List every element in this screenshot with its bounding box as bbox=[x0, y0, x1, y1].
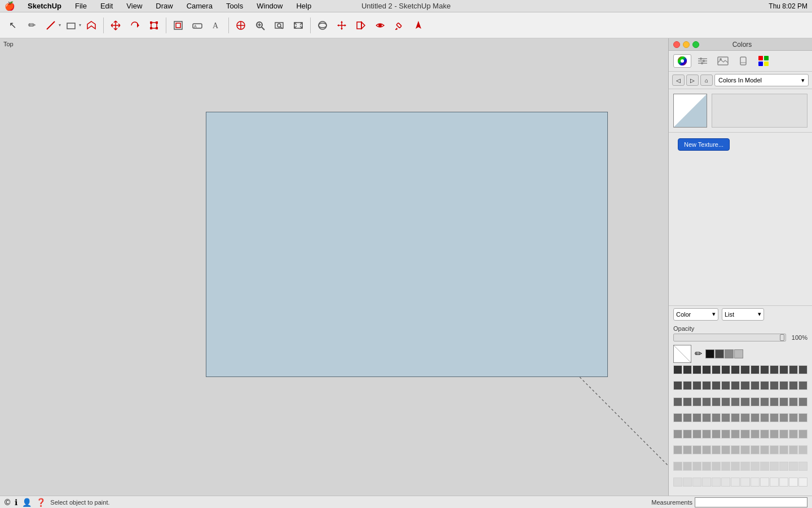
grid-cell[interactable] bbox=[702, 478, 711, 487]
grid-cell[interactable] bbox=[740, 381, 749, 390]
list-filter-dropdown[interactable]: List ▾ bbox=[722, 308, 764, 321]
grid-cell[interactable] bbox=[760, 397, 769, 406]
grid-cell[interactable] bbox=[673, 413, 682, 422]
menu-tools[interactable]: Tools bbox=[223, 1, 246, 11]
tool-pan[interactable] bbox=[333, 16, 351, 34]
grid-cell[interactable] bbox=[779, 413, 788, 422]
menu-draw[interactable]: Draw bbox=[152, 1, 176, 11]
grid-cell[interactable] bbox=[789, 462, 798, 471]
nav-back[interactable]: ◁ bbox=[672, 75, 685, 86]
color-library-dropdown[interactable]: Colors In Model ▾ bbox=[714, 74, 809, 86]
grid-cell[interactable] bbox=[770, 462, 779, 471]
grid-cell[interactable] bbox=[770, 413, 779, 422]
grid-cell[interactable] bbox=[702, 397, 711, 406]
menu-file[interactable]: File bbox=[72, 1, 90, 11]
grid-cell[interactable] bbox=[751, 413, 760, 422]
grid-cell[interactable] bbox=[712, 397, 721, 406]
grid-cell[interactable] bbox=[712, 365, 721, 374]
grid-cell[interactable] bbox=[798, 430, 807, 439]
grid-cell[interactable] bbox=[731, 365, 740, 374]
grid-cell[interactable] bbox=[770, 397, 779, 406]
grid-cell[interactable] bbox=[731, 478, 740, 487]
grid-cell[interactable] bbox=[712, 478, 721, 487]
grid-cell[interactable] bbox=[740, 365, 749, 374]
chip-black[interactable] bbox=[705, 349, 714, 358]
grid-cell[interactable] bbox=[712, 381, 721, 390]
grid-cell[interactable] bbox=[731, 413, 740, 422]
grid-cell[interactable] bbox=[779, 381, 788, 390]
grid-cell[interactable] bbox=[760, 478, 769, 487]
grid-cell[interactable] bbox=[740, 430, 749, 439]
status-icon-copyright[interactable]: © bbox=[5, 498, 10, 507]
grid-cell[interactable] bbox=[692, 397, 701, 406]
tool-paint[interactable] bbox=[390, 16, 408, 34]
menu-window[interactable]: Window bbox=[253, 1, 286, 11]
grid-cell[interactable] bbox=[702, 381, 711, 390]
grid-cell[interactable] bbox=[770, 478, 779, 487]
grid-cell[interactable] bbox=[702, 462, 711, 471]
tool-offset[interactable] bbox=[169, 16, 187, 34]
tool-zoom-extents[interactable] bbox=[289, 16, 307, 34]
tool-axes[interactable] bbox=[232, 16, 250, 34]
grid-cell[interactable] bbox=[673, 462, 682, 471]
grid-cell[interactable] bbox=[683, 365, 692, 374]
grid-cell[interactable] bbox=[760, 462, 769, 471]
grid-cell[interactable] bbox=[789, 478, 798, 487]
grid-cell[interactable] bbox=[721, 397, 730, 406]
menu-camera[interactable]: Camera bbox=[183, 1, 216, 11]
grid-cell[interactable] bbox=[712, 413, 721, 422]
menu-edit[interactable]: Edit bbox=[97, 1, 116, 11]
menu-help[interactable]: Help bbox=[293, 1, 315, 11]
grid-cell[interactable] bbox=[692, 462, 701, 471]
grid-cell[interactable] bbox=[673, 478, 682, 487]
new-texture-button[interactable]: New Texture... bbox=[678, 138, 730, 151]
tool-eraser[interactable]: ✏ bbox=[23, 16, 41, 34]
grid-cell[interactable] bbox=[798, 445, 807, 454]
tool-scale[interactable] bbox=[145, 16, 163, 34]
grid-cell[interactable] bbox=[760, 445, 769, 454]
grid-cell[interactable] bbox=[740, 413, 749, 422]
grid-cell[interactable] bbox=[721, 381, 730, 390]
grid-cell[interactable] bbox=[673, 430, 682, 439]
tool-walkthrough[interactable] bbox=[352, 16, 370, 34]
grid-cell[interactable] bbox=[712, 445, 721, 454]
mode-color-wheel[interactable] bbox=[673, 54, 691, 68]
tool-pushpull[interactable] bbox=[82, 16, 100, 34]
grid-cell[interactable] bbox=[721, 365, 730, 374]
grid-cell[interactable] bbox=[683, 445, 692, 454]
menu-sketchup[interactable]: SketchUp bbox=[24, 1, 65, 11]
window-close[interactable] bbox=[673, 41, 680, 48]
grid-cell[interactable] bbox=[798, 365, 807, 374]
grid-cell[interactable] bbox=[789, 365, 798, 374]
grid-cell[interactable] bbox=[760, 365, 769, 374]
tool-orbit[interactable] bbox=[314, 16, 332, 34]
grid-cell[interactable] bbox=[760, 381, 769, 390]
grid-cell[interactable] bbox=[702, 445, 711, 454]
chip-medgray[interactable] bbox=[725, 349, 734, 358]
grid-cell[interactable] bbox=[683, 430, 692, 439]
grid-cell[interactable] bbox=[740, 478, 749, 487]
grid-cell[interactable] bbox=[779, 430, 788, 439]
grid-cell[interactable] bbox=[798, 462, 807, 471]
canvas-area[interactable]: Top bbox=[0, 38, 668, 496]
grid-cell[interactable] bbox=[721, 478, 730, 487]
tool-interact[interactable] bbox=[409, 16, 427, 34]
grid-cell[interactable] bbox=[751, 397, 760, 406]
grid-cell[interactable] bbox=[770, 381, 779, 390]
grid-cell[interactable] bbox=[702, 430, 711, 439]
grid-cell[interactable] bbox=[798, 478, 807, 487]
slider-thumb[interactable] bbox=[780, 334, 784, 341]
mode-crayons[interactable] bbox=[734, 54, 752, 68]
measurements-input[interactable] bbox=[695, 497, 807, 507]
grid-cell[interactable] bbox=[751, 462, 760, 471]
grid-cell[interactable] bbox=[798, 413, 807, 422]
material-swatch[interactable] bbox=[673, 94, 707, 128]
grid-cell[interactable] bbox=[702, 365, 711, 374]
status-icon-info[interactable]: ℹ bbox=[15, 498, 17, 507]
grid-cell[interactable] bbox=[731, 397, 740, 406]
grid-cell[interactable] bbox=[770, 365, 779, 374]
color-filter-dropdown[interactable]: Color ▾ bbox=[673, 308, 718, 321]
grid-cell[interactable] bbox=[740, 462, 749, 471]
opacity-slider[interactable] bbox=[673, 334, 786, 341]
grid-cell[interactable] bbox=[683, 478, 692, 487]
